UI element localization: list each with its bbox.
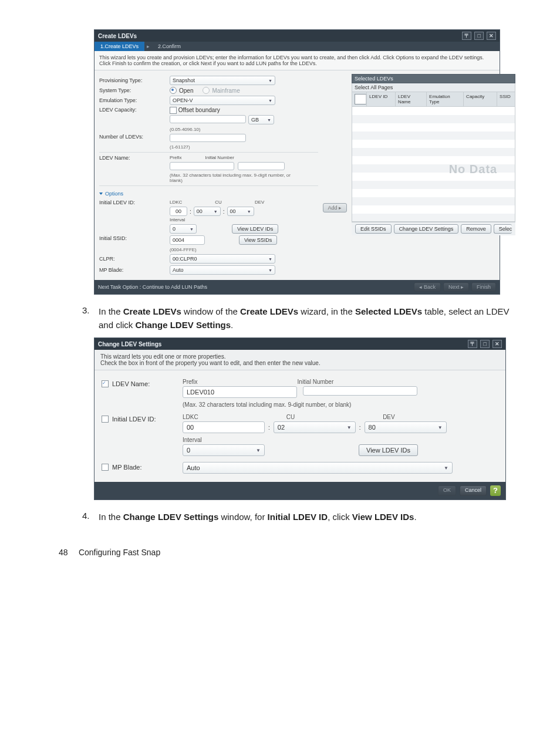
ldev-name-prefix-input[interactable]	[170, 162, 234, 170]
cu-sublabel: CU	[286, 414, 295, 420]
ldkc-input: 00	[170, 207, 187, 216]
page-footer: 48 Configuring Fast Snap	[35, 548, 525, 557]
ldev-name-hint: (Max. 32 characters total including max.…	[170, 173, 299, 183]
step-4-text: In the Change LDEV Settings window, for …	[99, 511, 525, 524]
provisioning-type-select[interactable]: Snapshot▼	[170, 76, 275, 85]
select-button-truncated[interactable]: Selec	[494, 224, 512, 234]
capacity-unit-select[interactable]: GB▼	[248, 115, 274, 124]
cancel-button[interactable]: Cancel	[460, 485, 487, 496]
system-type-mainframe-radio	[203, 87, 210, 94]
initial-ldev-id-label: Initial LDEV ID:	[99, 200, 170, 205]
wizard-steps: 1.Create LDEVs ▸ 2.Confirm	[95, 42, 500, 51]
prefix-sublabel: Prefix	[170, 155, 181, 160]
view-ldev-ids-button[interactable]: View LDEV IDs	[359, 444, 418, 456]
section-title: Configuring Fast Snap	[79, 548, 160, 557]
change-ldev-settings-button[interactable]: Change LDEV Settings	[394, 224, 459, 234]
dev-sublabel: DEV	[255, 200, 264, 205]
view-ldev-ids-button[interactable]: View LDEV IDs	[232, 224, 278, 234]
interval-sublabel: Interval	[183, 437, 498, 443]
back-button[interactable]: ◂ Back	[414, 282, 441, 292]
ok-button[interactable]: OK	[438, 485, 456, 496]
step-3-text: In the Create LDEVs window of the Create…	[99, 305, 525, 332]
dialog-titlebar: Change LDEV Settings 〒 □ ✕	[95, 338, 505, 350]
interval-select[interactable]: 0▼	[183, 444, 265, 456]
chevron-down-icon: ▼	[267, 118, 271, 122]
view-ssids-button[interactable]: View SSIDs	[239, 235, 277, 245]
col-ldev-name: LDEV Name	[396, 92, 427, 106]
chevron-right-icon: ▸	[144, 42, 152, 51]
dialog-footer: OK Cancel ?	[95, 482, 505, 499]
edit-ssids-button[interactable]: Edit SSIDs	[355, 224, 392, 234]
mp-blade-checkbox[interactable]	[102, 464, 109, 471]
interval-select[interactable]: 0▼	[170, 224, 197, 234]
finish-button[interactable]: Finish	[471, 282, 496, 292]
clpr-select[interactable]: 00:CLPR0▼	[170, 254, 275, 264]
window-controls: 〒 □ ✕	[467, 340, 502, 348]
dev-select[interactable]: 80▼	[365, 421, 447, 433]
mp-blade-select[interactable]: Auto▼	[183, 462, 453, 474]
ldev-name-initial-number-input[interactable]	[303, 386, 417, 396]
change-ldev-settings-dialog: Change LDEV Settings 〒 □ ✕ This wizard l…	[94, 337, 506, 500]
add-button[interactable]: Add ▸	[323, 203, 348, 212]
help-icon[interactable]: ?	[490, 485, 501, 496]
ldkc-input: 00	[183, 421, 265, 433]
close-icon[interactable]: ✕	[492, 340, 502, 348]
table-action-bar: Edit SSIDs Change LDEV Settings Remove S…	[352, 222, 515, 235]
interval-sublabel: Interval	[170, 217, 185, 222]
dialog-title: Create LDEVs	[98, 33, 137, 39]
selected-ldevs-body: No Data	[352, 107, 515, 222]
initial-ssid-input[interactable]: 0004	[170, 235, 205, 245]
step-number-3: 3.	[82, 305, 99, 332]
offset-boundary-checkbox[interactable]	[170, 107, 177, 114]
next-button[interactable]: Next ▸	[443, 282, 469, 292]
remove-button[interactable]: Remove	[461, 224, 491, 234]
ldev-name-label: LDEV Name:	[99, 155, 170, 161]
initial-ldev-id-label: Initial LDEV ID:	[112, 414, 183, 423]
no-data-watermark: No Data	[449, 163, 498, 176]
filter-icon[interactable]: 〒	[468, 340, 477, 348]
emulation-type-label: Emulation Type:	[99, 97, 170, 103]
ldev-name-prefix-input[interactable]: LDEV010	[183, 386, 297, 398]
mp-blade-label: MP Blade:	[112, 462, 183, 471]
maximize-icon[interactable]: □	[474, 32, 484, 40]
wizard-step-1[interactable]: 1.Create LDEVs	[95, 42, 144, 51]
cu-select[interactable]: 00▼	[194, 207, 221, 216]
form-panel: Provisioning Type: Snapshot▼ System Type…	[95, 70, 323, 280]
chevron-down-icon: ▼	[268, 99, 272, 103]
number-of-ldevs-input[interactable]	[170, 134, 246, 142]
next-task-note: Next Task Option : Continue to Add LUN P…	[98, 284, 207, 290]
initial-number-sublabel: Initial Number	[205, 155, 234, 160]
capacity-input[interactable]	[170, 115, 246, 123]
select-all-pages[interactable]: Select All Pages	[352, 83, 515, 92]
selected-ldevs-title: Selected LDEVs	[352, 74, 515, 83]
initial-ssid-label: Initial SSID:	[99, 235, 170, 241]
prefix-sublabel: Prefix	[183, 379, 198, 385]
ldev-name-initial-number-input[interactable]	[238, 162, 285, 170]
system-type-mainframe-label: Mainframe	[212, 87, 239, 94]
dialog-title: Change LDEV Settings	[98, 341, 161, 347]
system-type-open-radio[interactable]	[170, 87, 177, 94]
close-icon[interactable]: ✕	[487, 32, 496, 40]
clpr-label: CLPR:	[99, 256, 170, 262]
cu-select[interactable]: 02▼	[274, 421, 356, 433]
wizard-step-2: 2.Confirm	[152, 42, 187, 51]
maximize-icon[interactable]: □	[480, 340, 490, 348]
dev-select[interactable]: 00▼	[227, 207, 254, 216]
ldev-name-checkbox[interactable]	[102, 380, 109, 387]
capacity-range: (0.05-4096.10)	[170, 127, 200, 132]
initial-ldev-id-checkbox[interactable]	[102, 416, 109, 423]
filter-icon[interactable]: 〒	[462, 32, 471, 40]
col-capacity: Capacity	[464, 92, 497, 106]
system-type-open-label: Open	[179, 87, 193, 94]
options-toggle[interactable]: Options	[99, 191, 123, 197]
select-all-checkbox[interactable]	[355, 94, 366, 104]
mp-blade-label: MP Blade:	[99, 267, 170, 273]
emulation-type-select[interactable]: OPEN-V▼	[170, 96, 275, 105]
initial-number-sublabel: Initial Number	[298, 379, 334, 385]
provisioning-type-label: Provisioning Type:	[99, 77, 170, 83]
dialog-description: This wizard lets you edit one or more pr…	[95, 350, 505, 370]
mp-blade-select[interactable]: Auto▼	[170, 265, 275, 275]
col-ldev-id: LDEV ID	[367, 92, 396, 106]
ldev-name-hint: (Max. 32 characters total including max.…	[183, 401, 498, 408]
dialog-titlebar: Create LDEVs 〒 □ ✕	[95, 30, 500, 42]
